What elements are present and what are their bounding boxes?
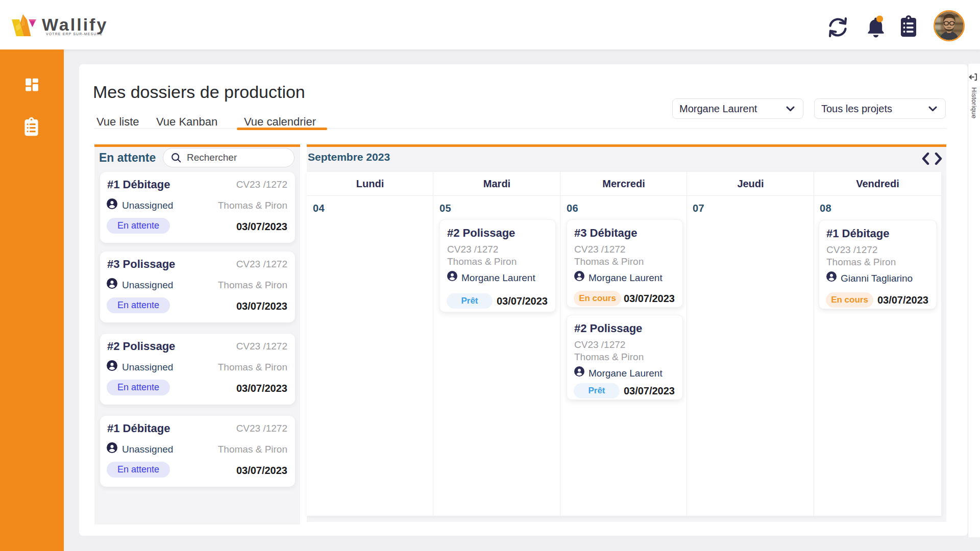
svg-text:VOTRE ERP SUR-MESURE: VOTRE ERP SUR-MESURE (46, 32, 103, 36)
svg-text:Wallify: Wallify (42, 15, 108, 34)
